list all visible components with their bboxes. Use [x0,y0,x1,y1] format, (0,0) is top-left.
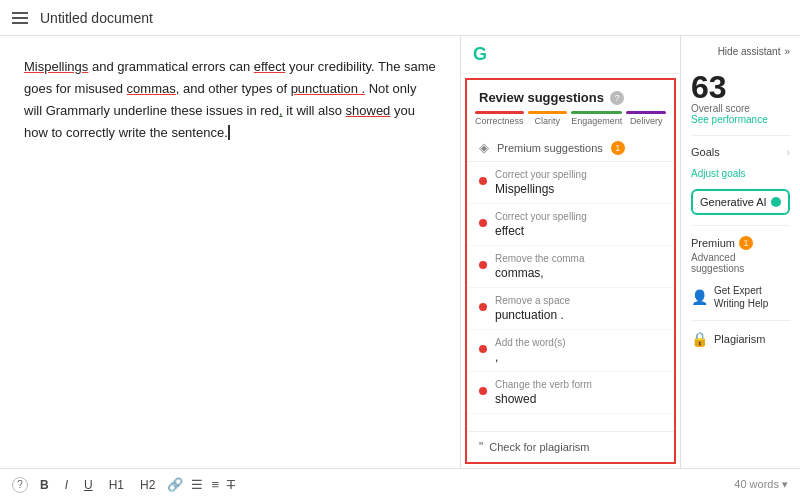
comma-missing: , [279,103,283,118]
premium-row: ◈ Premium suggestions 1 [467,134,674,162]
expert-writing-btn[interactable]: 👤 Get Expert Writing Help [691,284,790,310]
review-title-row: Review suggestions ? [467,80,674,111]
review-title: Review suggestions [479,90,604,105]
italic-button[interactable]: I [61,476,72,494]
premium-label: Premium suggestions [497,142,603,154]
plagiarism-icon-score: 🔒 [691,331,708,347]
plagiarism-section[interactable]: 🔒 Plagiarism [691,331,790,347]
plagiarism-score-label: Plagiarism [714,333,765,345]
plagiarism-check-row[interactable]: " Check for plagiarism [467,431,674,462]
bottom-toolbar: ? B I U H1 H2 🔗 ☰ ≡ T̶ 40 words ▾ [0,468,800,500]
text-cursor [228,125,230,140]
suggestion-text-0: Mispellings [495,182,587,196]
document-title: Untitled document [40,10,153,26]
hide-assistant-label: Hide assistant [718,46,781,57]
editor-area[interactable]: Mispellings and grammatical errors can e… [0,36,460,468]
tab-engagement-label: Engagement [571,116,622,126]
underline-button[interactable]: U [80,476,97,494]
menu-icon[interactable] [12,12,28,24]
generative-ai-button[interactable]: Generative AI [691,189,790,215]
suggestion-label-3: Remove a space [495,295,570,306]
suggestion-item-4[interactable]: Add the word(s) , [467,330,674,372]
expert-text: Get Expert Writing Help [714,284,768,310]
suggestion-content-4: Add the word(s) , [495,337,566,364]
tab-clarity-label: Clarity [535,116,561,126]
suggestion-content-3: Remove a space punctuation . [495,295,570,322]
numbered-list-icon[interactable]: ≡ [211,477,219,492]
comma-error: commas, [127,81,180,96]
see-performance-link[interactable]: See performance [691,114,790,125]
premium-score-badge: 1 [739,236,753,250]
bold-button[interactable]: B [36,476,53,494]
suggestion-content-0: Correct your spelling Mispellings [495,169,587,196]
suggestion-label-2: Remove the comma [495,253,584,264]
suggestion-label-0: Correct your spelling [495,169,587,180]
top-bar: Untitled document [0,0,800,36]
engagement-bar [571,111,622,114]
misspelling-mispellings: Mispellings [24,59,88,74]
delivery-bar [626,111,666,114]
gen-ai-dot [771,197,781,207]
hide-assistant-btn[interactable]: Hide assistant » [691,46,790,57]
tab-clarity[interactable]: Clarity [528,111,568,126]
suggestion-item-3[interactable]: Remove a space punctuation . [467,288,674,330]
divider-1 [691,135,790,136]
suggestion-dot-0 [479,177,487,185]
suggestion-content-5: Change the verb form showed [495,379,592,406]
tab-engagement[interactable]: Engagement [571,111,622,126]
clarity-bar [528,111,568,114]
tab-correctness[interactable]: Correctness [475,111,524,126]
link-icon[interactable]: 🔗 [167,477,183,492]
overall-score-number: 63 [691,71,790,103]
h2-button[interactable]: H2 [136,476,159,494]
adjust-goals-link[interactable]: Adjust goals [691,168,790,179]
premium-badge: 1 [611,141,625,155]
premium-section-label: Premium 1 [691,236,790,250]
suggestion-dot-3 [479,303,487,311]
suggestion-content-2: Remove the comma commas, [495,253,584,280]
misspelling-effect: effect [254,59,286,74]
diamond-icon: ◈ [479,140,489,155]
suggestion-item-5[interactable]: Change the verb form showed [467,372,674,414]
plagiarism-icon: " [479,440,483,454]
suggestion-text-2: commas, [495,266,584,280]
plagiarism-label: Check for plagiarism [489,441,589,453]
goals-chevron-icon: › [787,147,790,158]
help-circle-icon[interactable]: ? [12,477,28,493]
suggestion-text-5: showed [495,392,592,406]
suggestion-item-2[interactable]: Remove the comma commas, [467,246,674,288]
tab-delivery-label: Delivery [630,116,663,126]
suggestion-content-1: Correct your spelling effect [495,211,587,238]
tab-correctness-label: Correctness [475,116,524,126]
divider-2 [691,225,790,226]
h1-button[interactable]: H1 [105,476,128,494]
chevron-right-icon: » [784,46,790,57]
suggestion-dot-2 [479,261,487,269]
grammarly-panel: G Review suggestions ? Correctness Clari… [460,36,680,468]
suggestion-label-5: Change the verb form [495,379,592,390]
suggestion-dot-5 [479,387,487,395]
verb-form-showed: showed [346,103,391,118]
suggestion-text-4: , [495,350,566,364]
tab-delivery[interactable]: Delivery [626,111,666,126]
overall-score-label: Overall score [691,103,790,114]
suggestion-item-0[interactable]: Correct your spelling Mispellings [467,162,674,204]
suggestion-text-3: punctuation . [495,308,570,322]
suggestion-text-1: effect [495,224,587,238]
tabs-row: Correctness Clarity Engagement Delivery [467,111,674,134]
main-area: Mispellings and grammatical errors can e… [0,36,800,468]
editor-text: Mispellings and grammatical errors can e… [24,56,436,144]
grammarly-logo: G [473,44,487,65]
suggestion-item-1[interactable]: Correct your spelling effect [467,204,674,246]
suggestion-dot-1 [479,219,487,227]
help-icon[interactable]: ? [610,91,624,105]
space-error: punctuation . [291,81,365,96]
goals-row: Goals › [691,146,790,158]
list-icon[interactable]: ☰ [191,477,203,492]
score-block: 63 Overall score See performance [691,71,790,125]
clear-format-icon[interactable]: T̶ [227,477,235,492]
score-panel: Hide assistant » 63 Overall score See pe… [680,36,800,468]
divider-3 [691,320,790,321]
word-count: 40 words ▾ [734,478,788,491]
gen-ai-label: Generative AI [700,196,767,208]
